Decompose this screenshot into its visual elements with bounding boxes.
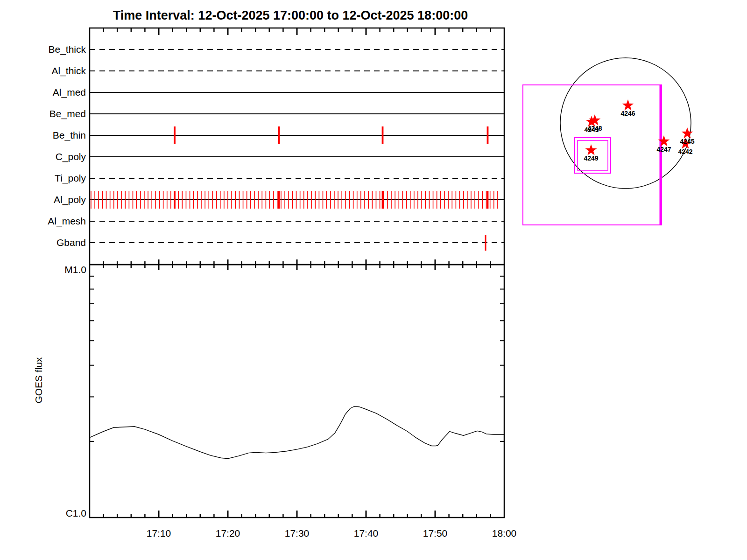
goes-flux-panel: 17:1017:2017:3017:4017:5018:00 [90, 265, 516, 539]
channel-label-Al_med: Al_med [53, 87, 86, 98]
time-axis-label-17:30: 17:30 [285, 528, 310, 539]
time-axis-label-17:40: 17:40 [354, 528, 379, 539]
time-axis-label-18:00: 18:00 [492, 528, 517, 539]
active-region-star-4245 [682, 127, 693, 139]
active-region-label-4247: 4247 [656, 146, 671, 153]
goes-flux-curve [90, 406, 504, 459]
observation-summary-plot: Time Interval: 12-Oct-2025 17:00:00 to 1… [0, 0, 747, 560]
channel-label-C_poly: C_poly [56, 151, 86, 162]
active-region-star-4246 [622, 99, 634, 111]
channel-label-Gband: Gband [56, 237, 86, 248]
goes-ymin-label: C1.0 [66, 508, 86, 518]
filter-timeline-panel: Be_thickAl_thickAl_medBe_medBe_thinC_pol… [48, 28, 504, 270]
solar-limb-circle [560, 58, 691, 189]
goes-ymax-label: M1.0 [64, 264, 86, 275]
chart-title: Time Interval: 12-Oct-2025 17:00:00 to 1… [113, 8, 468, 22]
plot-svg: Time Interval: 12-Oct-2025 17:00:00 to 1… [0, 0, 747, 560]
active-region-label-4249: 4249 [584, 154, 598, 162]
channel-label-Be_thick: Be_thick [48, 44, 86, 55]
channel-label-Ti_poly: Ti_poly [55, 173, 86, 184]
active-region-star-4249 [585, 144, 597, 155]
goes-border [90, 265, 504, 518]
active-region-label-4246: 4246 [620, 110, 635, 117]
solar-disk-panel: 4246424842434249424742454242 [523, 58, 695, 225]
time-axis-label-17:10: 17:10 [147, 528, 171, 539]
channel-label-Al_mesh: Al_mesh [48, 216, 86, 227]
goes-y-axis-title: GOES flux [33, 357, 44, 404]
active-region-label-4242: 4242 [678, 148, 692, 155]
channel-label-Al_poly: Al_poly [54, 194, 86, 205]
active-region-label-4243: 4243 [584, 126, 599, 133]
active-region-label-4245: 4245 [680, 138, 694, 145]
channel-label-Al_thick: Al_thick [51, 65, 86, 77]
channel-label-Be_med: Be_med [49, 108, 86, 119]
channel-label-Be_thin: Be_thin [53, 130, 86, 141]
time-axis-label-17:50: 17:50 [423, 528, 448, 539]
timeline-border [90, 28, 504, 265]
time-axis-label-17:20: 17:20 [216, 528, 240, 539]
